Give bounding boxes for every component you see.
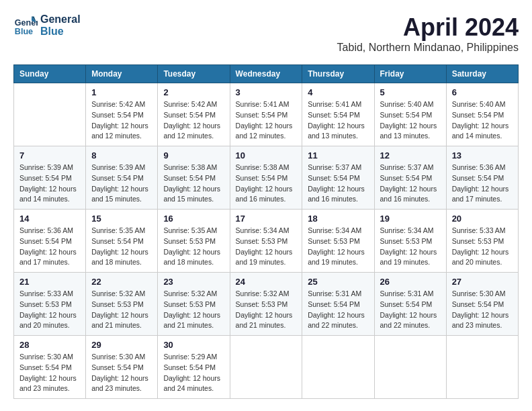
day-number: 18	[308, 214, 368, 224]
calendar-day-cell	[14, 83, 86, 146]
day-info: Sunrise: 5:42 AM Sunset: 5:54 PM Dayligh…	[91, 99, 152, 142]
calendar-day-cell	[302, 336, 374, 399]
calendar-day-cell: 13Sunrise: 5:36 AM Sunset: 5:54 PM Dayli…	[446, 146, 518, 210]
calendar-day-cell: 18Sunrise: 5:34 AM Sunset: 5:53 PM Dayli…	[302, 210, 374, 273]
location-title: Tabid, Northern Mindanao, Philippines	[337, 42, 519, 54]
day-number: 9	[163, 150, 224, 161]
day-number: 27	[452, 277, 513, 287]
calendar-day-cell: 25Sunrise: 5:31 AM Sunset: 5:54 PM Dayli…	[302, 273, 374, 336]
page-header: General Blue General Blue April 2024 Tab…	[13, 13, 519, 54]
day-info: Sunrise: 5:41 AM Sunset: 5:54 PM Dayligh…	[236, 99, 297, 142]
day-info: Sunrise: 5:29 AM Sunset: 5:54 PM Dayligh…	[163, 352, 224, 394]
calendar-day-cell: 26Sunrise: 5:31 AM Sunset: 5:54 PM Dayli…	[374, 273, 446, 336]
day-info: Sunrise: 5:40 AM Sunset: 5:54 PM Dayligh…	[380, 99, 441, 142]
day-number: 7	[19, 150, 80, 161]
day-info: Sunrise: 5:39 AM Sunset: 5:54 PM Dayligh…	[19, 163, 80, 205]
day-info: Sunrise: 5:41 AM Sunset: 5:54 PM Dayligh…	[308, 99, 368, 142]
calendar-day-cell: 9Sunrise: 5:38 AM Sunset: 5:54 PM Daylig…	[158, 146, 230, 210]
day-info: Sunrise: 5:34 AM Sunset: 5:53 PM Dayligh…	[236, 226, 297, 268]
day-info: Sunrise: 5:30 AM Sunset: 5:54 PM Dayligh…	[452, 289, 513, 331]
day-number: 24	[236, 277, 297, 287]
calendar-day-cell: 21Sunrise: 5:33 AM Sunset: 5:53 PM Dayli…	[14, 273, 86, 336]
calendar-day-cell: 11Sunrise: 5:37 AM Sunset: 5:54 PM Dayli…	[302, 146, 374, 210]
logo: General Blue General Blue	[13, 13, 81, 38]
day-number: 22	[91, 277, 152, 287]
calendar-day-cell: 5Sunrise: 5:40 AM Sunset: 5:54 PM Daylig…	[374, 83, 446, 146]
calendar-day-cell	[446, 336, 518, 399]
calendar-day-cell: 23Sunrise: 5:32 AM Sunset: 5:53 PM Dayli…	[158, 273, 230, 336]
day-info: Sunrise: 5:37 AM Sunset: 5:54 PM Dayligh…	[380, 163, 441, 205]
weekday-header-row: SundayMondayTuesdayWednesdayThursdayFrid…	[14, 65, 519, 83]
day-info: Sunrise: 5:35 AM Sunset: 5:53 PM Dayligh…	[163, 226, 224, 268]
day-info: Sunrise: 5:33 AM Sunset: 5:53 PM Dayligh…	[452, 226, 513, 268]
day-info: Sunrise: 5:36 AM Sunset: 5:54 PM Dayligh…	[19, 226, 80, 268]
weekday-header: Thursday	[302, 65, 374, 83]
calendar-day-cell: 4Sunrise: 5:41 AM Sunset: 5:54 PM Daylig…	[302, 83, 374, 146]
weekday-header: Sunday	[14, 65, 86, 83]
day-number: 14	[19, 214, 80, 224]
calendar-day-cell: 2Sunrise: 5:42 AM Sunset: 5:54 PM Daylig…	[158, 83, 230, 146]
day-info: Sunrise: 5:34 AM Sunset: 5:53 PM Dayligh…	[380, 226, 441, 268]
weekday-header: Tuesday	[158, 65, 230, 83]
calendar-day-cell: 15Sunrise: 5:35 AM Sunset: 5:54 PM Dayli…	[86, 210, 158, 273]
day-info: Sunrise: 5:42 AM Sunset: 5:54 PM Dayligh…	[163, 99, 224, 142]
calendar-day-cell: 27Sunrise: 5:30 AM Sunset: 5:54 PM Dayli…	[446, 273, 518, 336]
day-info: Sunrise: 5:34 AM Sunset: 5:53 PM Dayligh…	[308, 226, 368, 268]
day-info: Sunrise: 5:35 AM Sunset: 5:54 PM Dayligh…	[91, 226, 152, 268]
calendar-day-cell: 12Sunrise: 5:37 AM Sunset: 5:54 PM Dayli…	[374, 146, 446, 210]
day-info: Sunrise: 5:32 AM Sunset: 5:53 PM Dayligh…	[163, 289, 224, 331]
day-info: Sunrise: 5:40 AM Sunset: 5:54 PM Dayligh…	[452, 99, 513, 142]
day-number: 16	[163, 214, 224, 224]
day-info: Sunrise: 5:39 AM Sunset: 5:54 PM Dayligh…	[91, 163, 152, 205]
calendar-day-cell: 22Sunrise: 5:32 AM Sunset: 5:53 PM Dayli…	[86, 273, 158, 336]
svg-text:Blue: Blue	[15, 27, 33, 36]
day-number: 26	[380, 277, 441, 287]
day-info: Sunrise: 5:30 AM Sunset: 5:54 PM Dayligh…	[19, 352, 80, 394]
calendar-day-cell: 29Sunrise: 5:30 AM Sunset: 5:54 PM Dayli…	[86, 336, 158, 399]
calendar-week-row: 14Sunrise: 5:36 AM Sunset: 5:54 PM Dayli…	[14, 210, 519, 273]
logo-text: General Blue	[40, 13, 81, 37]
calendar-day-cell: 1Sunrise: 5:42 AM Sunset: 5:54 PM Daylig…	[86, 83, 158, 146]
weekday-header: Saturday	[446, 65, 518, 83]
logo-icon: General Blue	[13, 13, 38, 38]
day-number: 30	[163, 340, 224, 350]
weekday-header: Friday	[374, 65, 446, 83]
day-number: 23	[163, 277, 224, 287]
day-number: 28	[19, 340, 80, 350]
day-number: 2	[163, 87, 224, 97]
day-number: 1	[91, 87, 152, 97]
day-number: 19	[380, 214, 441, 224]
day-number: 3	[236, 87, 297, 97]
day-number: 4	[308, 87, 368, 97]
month-title: April 2024	[337, 13, 519, 42]
calendar-day-cell	[374, 336, 446, 399]
day-number: 8	[91, 150, 152, 161]
calendar-day-cell: 19Sunrise: 5:34 AM Sunset: 5:53 PM Dayli…	[374, 210, 446, 273]
calendar-day-cell: 10Sunrise: 5:38 AM Sunset: 5:54 PM Dayli…	[230, 146, 302, 210]
day-number: 10	[236, 150, 297, 161]
day-number: 20	[452, 214, 513, 224]
calendar-day-cell	[230, 336, 302, 399]
calendar-day-cell: 30Sunrise: 5:29 AM Sunset: 5:54 PM Dayli…	[158, 336, 230, 399]
day-number: 17	[236, 214, 297, 224]
day-number: 25	[308, 277, 368, 287]
day-info: Sunrise: 5:31 AM Sunset: 5:54 PM Dayligh…	[308, 289, 368, 331]
day-number: 29	[91, 340, 152, 350]
day-info: Sunrise: 5:31 AM Sunset: 5:54 PM Dayligh…	[380, 289, 441, 331]
calendar-day-cell: 7Sunrise: 5:39 AM Sunset: 5:54 PM Daylig…	[14, 146, 86, 210]
weekday-header: Monday	[86, 65, 158, 83]
calendar-day-cell: 28Sunrise: 5:30 AM Sunset: 5:54 PM Dayli…	[14, 336, 86, 399]
calendar-day-cell: 24Sunrise: 5:32 AM Sunset: 5:53 PM Dayli…	[230, 273, 302, 336]
day-number: 15	[91, 214, 152, 224]
day-info: Sunrise: 5:32 AM Sunset: 5:53 PM Dayligh…	[91, 289, 152, 331]
calendar-week-row: 1Sunrise: 5:42 AM Sunset: 5:54 PM Daylig…	[14, 83, 519, 146]
day-info: Sunrise: 5:38 AM Sunset: 5:54 PM Dayligh…	[163, 163, 224, 205]
calendar-day-cell: 14Sunrise: 5:36 AM Sunset: 5:54 PM Dayli…	[14, 210, 86, 273]
day-number: 12	[380, 150, 441, 161]
calendar-table: SundayMondayTuesdayWednesdayThursdayFrid…	[13, 64, 519, 399]
calendar-week-row: 7Sunrise: 5:39 AM Sunset: 5:54 PM Daylig…	[14, 146, 519, 210]
day-info: Sunrise: 5:37 AM Sunset: 5:54 PM Dayligh…	[308, 163, 368, 205]
day-info: Sunrise: 5:36 AM Sunset: 5:54 PM Dayligh…	[452, 163, 513, 205]
day-number: 21	[19, 277, 80, 287]
day-info: Sunrise: 5:32 AM Sunset: 5:53 PM Dayligh…	[236, 289, 297, 331]
